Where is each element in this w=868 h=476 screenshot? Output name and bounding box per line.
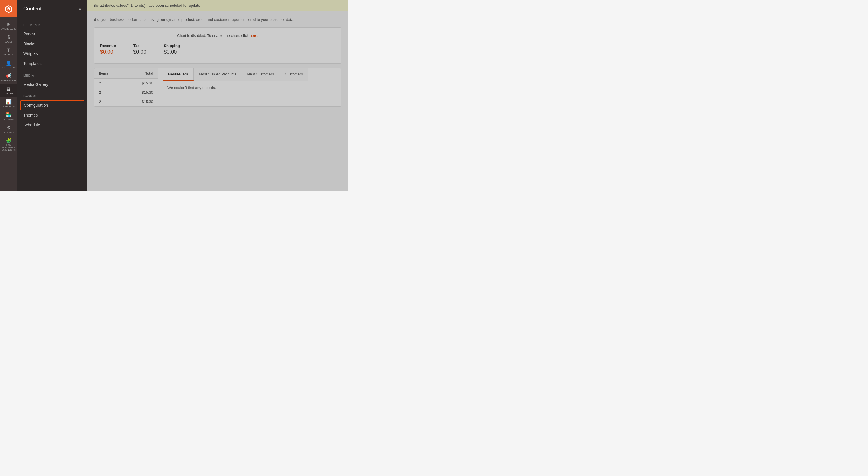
sidebar-item-label-customers: CUSTOMERS bbox=[1, 66, 17, 69]
sidebar-item-label-extensions: FIND PARTNERS & EXTENSIONS bbox=[1, 144, 16, 151]
flyout-panel: Content × Elements Pages Blocks Widgets … bbox=[18, 0, 87, 191]
flyout-close-button[interactable]: × bbox=[79, 7, 81, 11]
sidebar-item-sales[interactable]: $ SALES bbox=[0, 33, 18, 46]
flyout-item-blocks[interactable]: Blocks bbox=[18, 39, 87, 49]
sidebar-item-marketing[interactable]: 📢 MARKETING bbox=[0, 71, 18, 85]
flyout-header: Content × bbox=[18, 0, 87, 18]
system-icon: ⚙ bbox=[7, 126, 11, 130]
flyout-item-schedule[interactable]: Schedule bbox=[18, 120, 87, 130]
marketing-icon: 📢 bbox=[6, 74, 11, 78]
flyout-item-configuration[interactable]: Configuration bbox=[20, 100, 84, 110]
reports-icon: 📊 bbox=[6, 100, 11, 104]
sidebar-item-catalog[interactable]: ◫ CATALOG bbox=[0, 45, 18, 59]
sidebar-item-system[interactable]: ⚙ SYSTEM bbox=[0, 123, 18, 136]
sidebar-item-label-stores: STORES bbox=[4, 118, 14, 121]
catalog-icon: ◫ bbox=[6, 48, 11, 53]
flyout-item-media-gallery[interactable]: Media Gallery bbox=[18, 80, 87, 89]
sidebar-item-stores[interactable]: 🏪 STORES bbox=[0, 110, 18, 123]
sidebar-item-label-reports: REPORTS bbox=[3, 105, 15, 108]
sidebar-logo bbox=[0, 0, 18, 18]
flyout-section-media-title: Media bbox=[18, 68, 87, 80]
sidebar-item-label-marketing: MARKETING bbox=[1, 79, 16, 82]
flyout-title: Content bbox=[23, 6, 41, 12]
sidebar-item-customers[interactable]: 👤 CUSTOMERS bbox=[0, 59, 18, 72]
sidebar-item-reports[interactable]: 📊 REPORTS bbox=[0, 97, 18, 110]
flyout-item-widgets[interactable]: Widgets bbox=[18, 49, 87, 59]
sidebar-item-extensions[interactable]: 🧩 FIND PARTNERS & EXTENSIONS bbox=[0, 136, 18, 154]
sidebar-item-dashboard[interactable]: ⊞ DASHBOARD bbox=[0, 20, 18, 33]
extensions-icon: 🧩 bbox=[6, 138, 11, 143]
dashboard-icon: ⊞ bbox=[7, 22, 10, 27]
content-icon: ▦ bbox=[6, 87, 11, 91]
sidebar-item-label-sales: SALES bbox=[5, 41, 12, 43]
sidebar: ⊞ DASHBOARD $ SALES ◫ CATALOG 👤 CUSTOMER… bbox=[0, 0, 18, 191]
stores-icon: 🏪 bbox=[6, 113, 11, 117]
sidebar-item-label-dashboard: DASHBOARD bbox=[1, 28, 16, 30]
sales-icon: $ bbox=[7, 35, 10, 40]
overlay-backdrop[interactable] bbox=[87, 0, 348, 191]
flyout-item-themes[interactable]: Themes bbox=[18, 110, 87, 120]
sidebar-item-content[interactable]: ▦ CONTENT bbox=[0, 85, 18, 97]
customers-icon: 👤 bbox=[6, 61, 11, 66]
flyout-item-pages[interactable]: Pages bbox=[18, 29, 87, 39]
flyout-item-templates[interactable]: Templates bbox=[18, 59, 87, 68]
sidebar-item-label-catalog: CATALOG bbox=[3, 53, 14, 56]
magento-logo-icon bbox=[4, 4, 13, 13]
flyout-section-design-title: Design bbox=[18, 89, 87, 100]
sidebar-item-label-system: SYSTEM bbox=[4, 131, 14, 134]
flyout-section-elements-title: Elements bbox=[18, 18, 87, 29]
sidebar-item-label-content: CONTENT bbox=[3, 92, 15, 95]
